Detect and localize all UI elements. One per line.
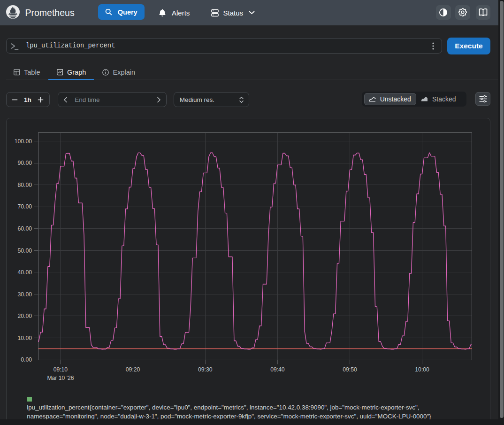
svg-text:40.00: 40.00	[18, 269, 32, 276]
svg-text:09:40: 09:40	[270, 366, 285, 373]
svg-text:09:20: 09:20	[126, 366, 140, 373]
svg-text:09:50: 09:50	[343, 366, 357, 373]
svg-text:Mar 10 '26: Mar 10 '26	[47, 375, 74, 381]
svg-text:10.00: 10.00	[18, 335, 32, 341]
svg-text:30.00: 30.00	[18, 291, 32, 298]
svg-text:09:30: 09:30	[198, 366, 213, 373]
svg-text:20.00: 20.00	[18, 313, 32, 319]
svg-text:90.00: 90.00	[18, 160, 32, 166]
svg-text:60.00: 60.00	[18, 225, 32, 232]
svg-text:50.00: 50.00	[18, 247, 32, 254]
svg-text:0.00: 0.00	[21, 356, 32, 363]
svg-text:10:00: 10:00	[415, 366, 429, 373]
svg-text:80.00: 80.00	[18, 182, 32, 188]
svg-text:09:10: 09:10	[53, 366, 68, 373]
svg-text:70.00: 70.00	[18, 203, 32, 210]
svg-text:100.00: 100.00	[15, 138, 32, 145]
